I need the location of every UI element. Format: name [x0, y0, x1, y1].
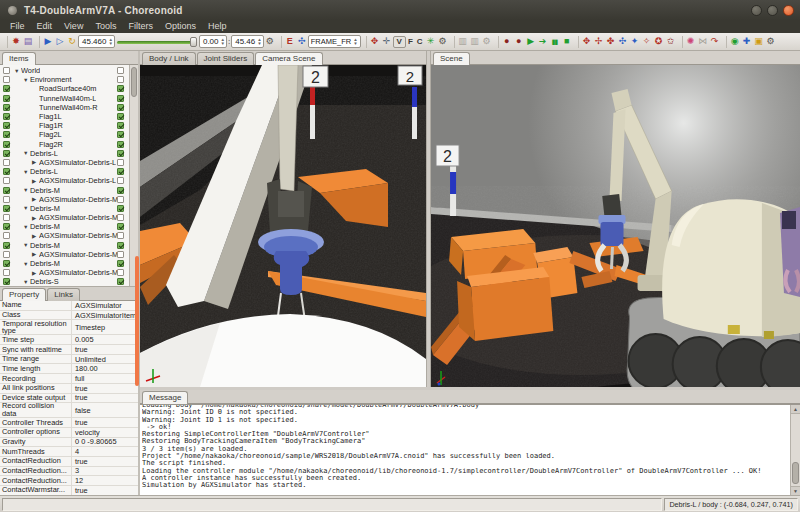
property-value[interactable]: AGXSimulatorItem: [72, 311, 138, 320]
time-refresh-icon[interactable]: ↻: [66, 35, 78, 49]
property-row[interactable]: ContactWarmstar... true: [0, 486, 138, 495]
tree-item[interactable]: ▼ Debris-M: [1, 204, 126, 213]
item-checkbox-secondary[interactable]: [117, 131, 124, 138]
property-value[interactable]: true: [72, 393, 138, 402]
item-checkbox-secondary[interactable]: [117, 159, 124, 166]
item-checkbox[interactable]: [3, 67, 10, 74]
item-checkbox-secondary[interactable]: [117, 187, 124, 194]
item-checkbox[interactable]: [3, 278, 10, 285]
range-start-field[interactable]: 0.00▲▼: [199, 35, 227, 48]
playback-start-icon[interactable]: ▷: [54, 35, 66, 49]
item-checkbox[interactable]: [3, 214, 10, 221]
scroll-down-icon[interactable]: ▼: [791, 486, 800, 495]
property-value[interactable]: true: [72, 384, 138, 393]
expander-icon[interactable]: ▼: [23, 169, 30, 175]
expander-icon[interactable]: ▶: [32, 215, 39, 221]
body-pose-icon-5[interactable]: ✦: [629, 35, 641, 49]
scroll-up-icon[interactable]: ▲: [791, 405, 800, 414]
item-checkbox[interactable]: [3, 196, 10, 203]
item-checkbox[interactable]: [3, 95, 10, 102]
window-layout-icon[interactable]: ▣: [753, 35, 765, 49]
zmp-icon[interactable]: ⋈: [697, 35, 709, 49]
property-row[interactable]: Time step 0.005: [0, 335, 138, 345]
item-checkbox-secondary[interactable]: [117, 95, 124, 102]
property-value[interactable]: 180.00: [72, 364, 138, 373]
item-checkbox-secondary[interactable]: [117, 260, 124, 267]
item-checkbox[interactable]: [3, 251, 10, 258]
playback-resume-icon[interactable]: ▶: [42, 35, 54, 49]
translation-mode-icon[interactable]: ✛: [381, 35, 393, 49]
expander-icon[interactable]: ▼: [23, 150, 30, 156]
tree-item[interactable]: ▶ AGXSimulator-Debris-L: [1, 158, 126, 167]
tree-item[interactable]: ▶ AGXSimulator-Debris-M: [1, 250, 126, 259]
tree-item[interactable]: ▼ Debris-S: [1, 277, 126, 286]
item-checkbox[interactable]: [3, 85, 10, 92]
tree-item[interactable]: ▼ Environment: [1, 75, 126, 84]
capture-icon[interactable]: ✸: [10, 35, 22, 49]
item-checkbox-secondary[interactable]: [117, 278, 124, 285]
property-value[interactable]: 12: [72, 476, 138, 485]
collision-detection-icon[interactable]: ✣: [296, 35, 308, 49]
menu-item[interactable]: Edit: [31, 20, 59, 33]
kinematics-config-icon[interactable]: ⚙: [765, 35, 777, 49]
item-checkbox[interactable]: [3, 131, 10, 138]
item-checkbox[interactable]: [3, 269, 10, 276]
property-row[interactable]: Temporal resolution type Timestep: [0, 320, 138, 335]
tab-scene[interactable]: Scene: [433, 52, 470, 65]
property-value[interactable]: velocity: [72, 428, 138, 437]
tab-scene-view[interactable]: Camera Scene: [255, 52, 322, 65]
tree-item[interactable]: ▼ Debris-M: [1, 222, 126, 231]
tree-item[interactable]: ▶ AGXSimulator-Debris-M: [1, 268, 126, 277]
expander-icon[interactable]: ▶: [32, 270, 39, 276]
menu-item[interactable]: View: [58, 20, 89, 33]
lighting-icon[interactable]: ✳: [425, 35, 437, 49]
item-checkbox-secondary[interactable]: [117, 122, 124, 129]
item-checkbox[interactable]: [3, 159, 10, 166]
expander-icon[interactable]: ▶: [32, 178, 39, 184]
expander-icon[interactable]: ▼: [23, 187, 30, 193]
body-pose-icon-1[interactable]: ✥: [581, 35, 593, 49]
item-checkbox-secondary[interactable]: [117, 223, 124, 230]
property-value[interactable]: true: [72, 457, 138, 466]
property-value[interactable]: 4: [72, 447, 138, 456]
tree-item[interactable]: TunnelWall40m-R: [1, 103, 126, 112]
expander-icon[interactable]: ▼: [23, 77, 30, 83]
tree-item[interactable]: TunnelWall40m-L: [1, 94, 126, 103]
tree-item[interactable]: Flag1R: [1, 121, 126, 130]
item-checkbox-secondary[interactable]: [117, 168, 124, 175]
property-value[interactable]: AGXSimulator: [72, 301, 138, 310]
collision-line-button[interactable]: C: [415, 37, 425, 46]
item-checkbox-secondary[interactable]: [117, 67, 124, 74]
expander-icon[interactable]: ▶: [32, 233, 39, 239]
close-button[interactable]: [783, 5, 794, 16]
expander-icon[interactable]: ▼: [23, 224, 30, 230]
expander-icon[interactable]: ▶: [32, 251, 39, 257]
menu-item[interactable]: Filters: [122, 20, 159, 33]
item-checkbox[interactable]: [3, 232, 10, 239]
tree-item[interactable]: Flag2R: [1, 140, 126, 149]
property-row[interactable]: Name AGXSimulator: [0, 301, 138, 311]
menu-item[interactable]: Options: [159, 20, 202, 33]
tree-item[interactable]: ▼ Debris-M: [1, 259, 126, 268]
tree-item[interactable]: ▶ AGXSimulator-Debris-M: [1, 231, 126, 240]
maximize-button[interactable]: [767, 5, 778, 16]
scrollbar-thumb[interactable]: [131, 67, 137, 97]
spinner-arrows-icon[interactable]: ▲▼: [257, 38, 261, 45]
tab-property[interactable]: Links: [47, 288, 80, 301]
expander-icon[interactable]: ▼: [23, 279, 30, 285]
range-end-field[interactable]: 45.46▲▼: [231, 35, 264, 48]
property-value[interactable]: Timestep: [72, 323, 138, 332]
spinner-arrows-icon[interactable]: ▲▼: [353, 38, 357, 45]
script-icon[interactable]: E: [284, 35, 296, 49]
item-checkbox[interactable]: [3, 113, 10, 120]
tree-item[interactable]: ▼ Debris-M: [1, 185, 126, 194]
property-value[interactable]: true: [72, 486, 138, 495]
time-slider[interactable]: [117, 35, 197, 49]
trajectory-icon[interactable]: ↷: [709, 35, 721, 49]
pose-edit-icon[interactable]: ✥: [369, 35, 381, 49]
item-checkbox-secondary[interactable]: [117, 205, 124, 212]
item-checkbox[interactable]: [3, 168, 10, 175]
tab-scene-view[interactable]: Joint Sliders: [197, 52, 255, 65]
tab-property[interactable]: Property: [2, 288, 46, 301]
collision-visual-icon[interactable]: ✺: [685, 35, 697, 49]
